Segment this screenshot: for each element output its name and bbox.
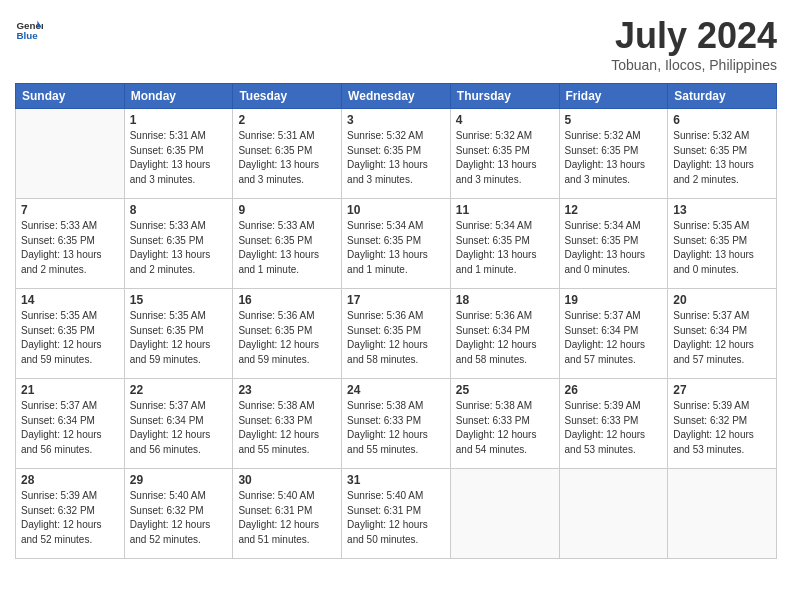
calendar-week-row: 1Sunrise: 5:31 AMSunset: 6:35 PMDaylight… bbox=[16, 109, 777, 199]
day-info: Sunrise: 5:36 AMSunset: 6:35 PMDaylight:… bbox=[347, 309, 445, 367]
calendar-week-row: 7Sunrise: 5:33 AMSunset: 6:35 PMDaylight… bbox=[16, 199, 777, 289]
month-year: July 2024 bbox=[611, 15, 777, 57]
day-info: Sunrise: 5:32 AMSunset: 6:35 PMDaylight:… bbox=[456, 129, 554, 187]
table-row: 11Sunrise: 5:34 AMSunset: 6:35 PMDayligh… bbox=[450, 199, 559, 289]
location: Tobuan, Ilocos, Philippines bbox=[611, 57, 777, 73]
day-info: Sunrise: 5:31 AMSunset: 6:35 PMDaylight:… bbox=[130, 129, 228, 187]
col-friday: Friday bbox=[559, 84, 668, 109]
day-info: Sunrise: 5:37 AMSunset: 6:34 PMDaylight:… bbox=[673, 309, 771, 367]
day-info: Sunrise: 5:38 AMSunset: 6:33 PMDaylight:… bbox=[347, 399, 445, 457]
day-info: Sunrise: 5:40 AMSunset: 6:32 PMDaylight:… bbox=[130, 489, 228, 547]
day-number: 15 bbox=[130, 293, 228, 307]
day-number: 25 bbox=[456, 383, 554, 397]
table-row: 4Sunrise: 5:32 AMSunset: 6:35 PMDaylight… bbox=[450, 109, 559, 199]
table-row: 10Sunrise: 5:34 AMSunset: 6:35 PMDayligh… bbox=[342, 199, 451, 289]
day-info: Sunrise: 5:39 AMSunset: 6:32 PMDaylight:… bbox=[21, 489, 119, 547]
day-number: 12 bbox=[565, 203, 663, 217]
day-info: Sunrise: 5:35 AMSunset: 6:35 PMDaylight:… bbox=[673, 219, 771, 277]
table-row: 23Sunrise: 5:38 AMSunset: 6:33 PMDayligh… bbox=[233, 379, 342, 469]
day-info: Sunrise: 5:37 AMSunset: 6:34 PMDaylight:… bbox=[565, 309, 663, 367]
day-info: Sunrise: 5:37 AMSunset: 6:34 PMDaylight:… bbox=[21, 399, 119, 457]
day-info: Sunrise: 5:31 AMSunset: 6:35 PMDaylight:… bbox=[238, 129, 336, 187]
day-info: Sunrise: 5:40 AMSunset: 6:31 PMDaylight:… bbox=[238, 489, 336, 547]
day-info: Sunrise: 5:37 AMSunset: 6:34 PMDaylight:… bbox=[130, 399, 228, 457]
day-number: 9 bbox=[238, 203, 336, 217]
day-info: Sunrise: 5:35 AMSunset: 6:35 PMDaylight:… bbox=[21, 309, 119, 367]
table-row: 21Sunrise: 5:37 AMSunset: 6:34 PMDayligh… bbox=[16, 379, 125, 469]
day-number: 2 bbox=[238, 113, 336, 127]
table-row: 6Sunrise: 5:32 AMSunset: 6:35 PMDaylight… bbox=[668, 109, 777, 199]
table-row: 26Sunrise: 5:39 AMSunset: 6:33 PMDayligh… bbox=[559, 379, 668, 469]
table-row: 14Sunrise: 5:35 AMSunset: 6:35 PMDayligh… bbox=[16, 289, 125, 379]
svg-text:Blue: Blue bbox=[16, 30, 38, 41]
table-row: 7Sunrise: 5:33 AMSunset: 6:35 PMDaylight… bbox=[16, 199, 125, 289]
day-number: 31 bbox=[347, 473, 445, 487]
table-row bbox=[450, 469, 559, 559]
day-number: 5 bbox=[565, 113, 663, 127]
table-row: 17Sunrise: 5:36 AMSunset: 6:35 PMDayligh… bbox=[342, 289, 451, 379]
table-row: 5Sunrise: 5:32 AMSunset: 6:35 PMDaylight… bbox=[559, 109, 668, 199]
day-number: 6 bbox=[673, 113, 771, 127]
day-info: Sunrise: 5:32 AMSunset: 6:35 PMDaylight:… bbox=[565, 129, 663, 187]
col-thursday: Thursday bbox=[450, 84, 559, 109]
table-row: 1Sunrise: 5:31 AMSunset: 6:35 PMDaylight… bbox=[124, 109, 233, 199]
day-number: 23 bbox=[238, 383, 336, 397]
table-row: 19Sunrise: 5:37 AMSunset: 6:34 PMDayligh… bbox=[559, 289, 668, 379]
table-row: 25Sunrise: 5:38 AMSunset: 6:33 PMDayligh… bbox=[450, 379, 559, 469]
table-row bbox=[668, 469, 777, 559]
table-row: 22Sunrise: 5:37 AMSunset: 6:34 PMDayligh… bbox=[124, 379, 233, 469]
day-number: 22 bbox=[130, 383, 228, 397]
day-number: 19 bbox=[565, 293, 663, 307]
day-info: Sunrise: 5:33 AMSunset: 6:35 PMDaylight:… bbox=[130, 219, 228, 277]
day-number: 24 bbox=[347, 383, 445, 397]
logo: General Blue bbox=[15, 15, 43, 43]
col-monday: Monday bbox=[124, 84, 233, 109]
calendar-table: Sunday Monday Tuesday Wednesday Thursday… bbox=[15, 83, 777, 559]
table-row: 28Sunrise: 5:39 AMSunset: 6:32 PMDayligh… bbox=[16, 469, 125, 559]
day-number: 28 bbox=[21, 473, 119, 487]
day-info: Sunrise: 5:34 AMSunset: 6:35 PMDaylight:… bbox=[347, 219, 445, 277]
day-number: 7 bbox=[21, 203, 119, 217]
table-row: 31Sunrise: 5:40 AMSunset: 6:31 PMDayligh… bbox=[342, 469, 451, 559]
day-number: 21 bbox=[21, 383, 119, 397]
table-row: 30Sunrise: 5:40 AMSunset: 6:31 PMDayligh… bbox=[233, 469, 342, 559]
col-sunday: Sunday bbox=[16, 84, 125, 109]
day-number: 20 bbox=[673, 293, 771, 307]
logo-icon: General Blue bbox=[15, 15, 43, 43]
title-block: July 2024 Tobuan, Ilocos, Philippines bbox=[611, 15, 777, 73]
day-number: 26 bbox=[565, 383, 663, 397]
day-info: Sunrise: 5:32 AMSunset: 6:35 PMDaylight:… bbox=[673, 129, 771, 187]
table-row: 24Sunrise: 5:38 AMSunset: 6:33 PMDayligh… bbox=[342, 379, 451, 469]
day-number: 13 bbox=[673, 203, 771, 217]
table-row: 9Sunrise: 5:33 AMSunset: 6:35 PMDaylight… bbox=[233, 199, 342, 289]
day-number: 16 bbox=[238, 293, 336, 307]
day-number: 1 bbox=[130, 113, 228, 127]
day-info: Sunrise: 5:35 AMSunset: 6:35 PMDaylight:… bbox=[130, 309, 228, 367]
day-info: Sunrise: 5:39 AMSunset: 6:32 PMDaylight:… bbox=[673, 399, 771, 457]
day-number: 17 bbox=[347, 293, 445, 307]
table-row: 2Sunrise: 5:31 AMSunset: 6:35 PMDaylight… bbox=[233, 109, 342, 199]
table-row: 18Sunrise: 5:36 AMSunset: 6:34 PMDayligh… bbox=[450, 289, 559, 379]
table-row: 27Sunrise: 5:39 AMSunset: 6:32 PMDayligh… bbox=[668, 379, 777, 469]
table-row bbox=[559, 469, 668, 559]
day-number: 11 bbox=[456, 203, 554, 217]
table-row: 13Sunrise: 5:35 AMSunset: 6:35 PMDayligh… bbox=[668, 199, 777, 289]
table-row: 15Sunrise: 5:35 AMSunset: 6:35 PMDayligh… bbox=[124, 289, 233, 379]
day-info: Sunrise: 5:36 AMSunset: 6:34 PMDaylight:… bbox=[456, 309, 554, 367]
table-row bbox=[16, 109, 125, 199]
day-number: 4 bbox=[456, 113, 554, 127]
day-number: 27 bbox=[673, 383, 771, 397]
day-number: 10 bbox=[347, 203, 445, 217]
col-tuesday: Tuesday bbox=[233, 84, 342, 109]
table-row: 12Sunrise: 5:34 AMSunset: 6:35 PMDayligh… bbox=[559, 199, 668, 289]
page-header: General Blue July 2024 Tobuan, Ilocos, P… bbox=[15, 15, 777, 73]
day-number: 14 bbox=[21, 293, 119, 307]
table-row: 20Sunrise: 5:37 AMSunset: 6:34 PMDayligh… bbox=[668, 289, 777, 379]
calendar-header-row: Sunday Monday Tuesday Wednesday Thursday… bbox=[16, 84, 777, 109]
day-info: Sunrise: 5:33 AMSunset: 6:35 PMDaylight:… bbox=[21, 219, 119, 277]
day-number: 30 bbox=[238, 473, 336, 487]
day-number: 18 bbox=[456, 293, 554, 307]
day-info: Sunrise: 5:40 AMSunset: 6:31 PMDaylight:… bbox=[347, 489, 445, 547]
calendar-week-row: 14Sunrise: 5:35 AMSunset: 6:35 PMDayligh… bbox=[16, 289, 777, 379]
col-wednesday: Wednesday bbox=[342, 84, 451, 109]
